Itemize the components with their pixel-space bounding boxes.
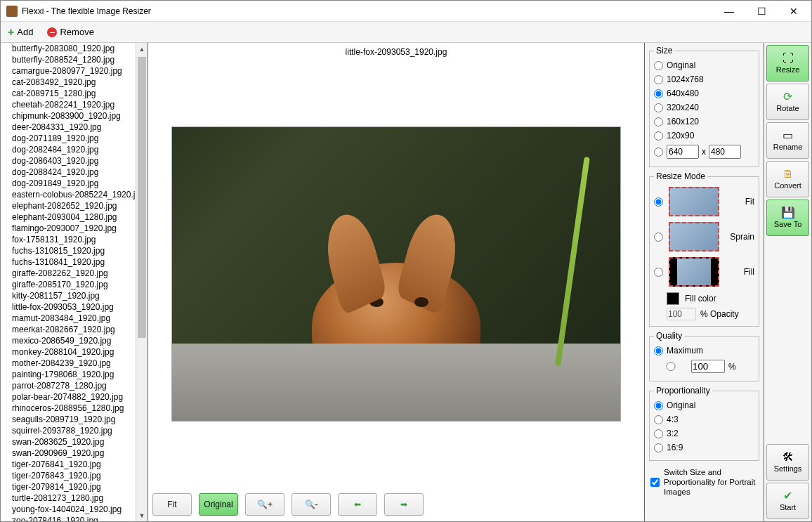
list-item[interactable]: kitty-2081157_1920.jpg [1,290,136,301]
list-item[interactable]: fuchs-1310841_1920.jpg [1,256,136,268]
close-button[interactable]: ✕ [778,1,810,22]
list-item[interactable]: tiger-2076841_1920.jpg [1,459,136,470]
file-list[interactable]: butterfly-2083080_1920.jpgbutterfly-2088… [1,43,136,521]
list-item[interactable]: swan-2083625_1920.jpg [1,436,136,448]
list-item[interactable]: eastern-colobus-2085224_1920.jpg [1,189,136,200]
size-radio[interactable] [654,131,663,141]
list-item[interactable]: tiger-2079814_1920.jpg [1,481,136,492]
sprain-radio[interactable] [654,233,663,242]
rename-button[interactable]: ▭ Rename [766,122,809,159]
save-to-button[interactable]: 💾 Save To [766,200,809,236]
quality-max-radio-row[interactable]: Maximum [654,344,754,358]
rotate-button[interactable]: ⟳ Rotate [766,84,809,120]
proportionality-option[interactable]: Original [654,398,754,412]
minimize-button[interactable]: — [713,1,745,22]
fill-color-swatch[interactable] [667,292,679,305]
resize-mode-sprain[interactable]: Sprain [654,219,754,254]
maximize-button[interactable]: ☐ [745,1,778,22]
list-item[interactable]: fox-1758131_1920.jpg [1,234,136,245]
size-option[interactable]: 120x90 [654,129,754,143]
size-radio[interactable] [654,61,663,70]
proportionality-radio[interactable] [654,401,663,410]
list-item[interactable]: deer-2084331_1920.jpg [1,122,136,133]
list-item[interactable]: monkey-2088104_1920.jpg [1,346,136,358]
size-option[interactable]: Original [654,58,754,72]
proportionality-radio[interactable] [654,443,663,452]
size-option[interactable]: 640x480 [654,86,754,100]
list-item[interactable]: rhinoceros-2088956_1280.jpg [1,403,136,414]
list-item[interactable]: painting-1798068_1920.jpg [1,369,136,380]
custom-size-radio[interactable] [654,148,663,157]
add-button[interactable]: + Add [5,25,36,40]
list-item[interactable]: mamut-2083484_1920.jpg [1,313,136,324]
list-item[interactable]: elephant-2093004_1280.jpg [1,211,136,223]
list-item[interactable]: polar-bear-2074882_1920.jpg [1,391,136,403]
resize-mode-fit[interactable]: Fit [654,184,754,219]
list-item[interactable]: little-fox-2093053_1920.jpg [1,301,136,313]
quality-input[interactable] [691,360,725,373]
list-item[interactable]: camargue-2080977_1920.jpg [1,65,136,77]
scroll-thumb[interactable] [138,57,146,338]
list-item[interactable]: elephant-2082652_1920.jpg [1,200,136,211]
zoom-in-button[interactable]: 🔍+ [245,493,284,516]
list-item[interactable]: giraffe-2085170_1920.jpg [1,279,136,290]
resize-mode-fill[interactable]: Fill [654,254,754,289]
opacity-input[interactable] [667,308,696,320]
proportionality-option[interactable]: 3:2 [654,426,754,441]
size-option[interactable]: 1024x768 [654,72,754,86]
custom-width-input[interactable] [667,145,699,159]
list-item[interactable]: cat-2083492_1920.jpg [1,77,136,88]
list-item[interactable]: swan-2090969_1920.jpg [1,448,136,459]
list-item[interactable]: mexico-2086549_1920.jpg [1,335,136,346]
remove-button[interactable]: – Remove [44,25,96,39]
custom-height-input[interactable] [709,145,741,159]
size-option[interactable]: 160x120 [654,115,754,129]
convert-button[interactable]: 🗎 Convert [766,161,809,197]
quality-custom-row[interactable]: % [654,358,754,375]
list-item[interactable]: meerkat-2082667_1920.jpg [1,324,136,335]
original-button[interactable]: Original [199,493,238,516]
scroll-up-icon[interactable]: ▲ [136,43,148,55]
list-item[interactable]: cheetah-2082241_1920.jpg [1,99,136,110]
proportionality-option[interactable]: 4:3 [654,412,754,426]
fit-button[interactable]: Fit [152,493,192,516]
list-item[interactable]: tiger-2076843_1920.jpg [1,470,136,481]
resize-button[interactable]: ⛶ Resize [766,45,809,81]
list-item[interactable]: fuchs-1310815_1920.jpg [1,245,136,256]
list-item[interactable]: dog-2091849_1920.jpg [1,178,136,189]
list-item[interactable]: seagulls-2089719_1920.jpg [1,414,136,425]
switch-portrait-row[interactable]: Switch Size and Proportionality for Port… [649,465,759,500]
list-item[interactable]: chipmunk-2083900_1920.jpg [1,110,136,122]
fill-radio[interactable] [654,268,663,277]
start-button[interactable]: ✔ Start [766,483,809,519]
quality-max-radio[interactable] [654,346,663,355]
list-item[interactable]: dog-2088424_1920.jpg [1,167,136,178]
size-radio[interactable] [654,75,663,84]
list-item[interactable]: squirrel-2093788_1920.jpg [1,425,136,436]
size-custom-radio[interactable]: x [654,143,754,161]
list-item[interactable]: dog-2086403_1920.jpg [1,155,136,167]
fit-radio[interactable] [654,197,663,207]
size-radio[interactable] [654,117,663,126]
zoom-out-button[interactable]: 🔍- [292,493,331,516]
size-option[interactable]: 320x240 [654,100,754,115]
list-item[interactable]: parrot-2087278_1280.jpg [1,380,136,391]
switch-portrait-checkbox[interactable] [650,468,660,497]
list-item[interactable]: cat-2089715_1280.jpg [1,88,136,99]
list-item[interactable]: young-fox-1404024_1920.jpg [1,504,136,515]
quality-custom-radio[interactable] [654,362,688,371]
list-item[interactable]: dog-2071189_1920.jpg [1,133,136,144]
next-button[interactable]: ➡ [384,493,424,516]
list-item[interactable]: flamingo-2093007_1920.jpg [1,223,136,234]
list-item[interactable]: dog-2082484_1920.jpg [1,144,136,155]
size-radio[interactable] [654,103,663,112]
list-item[interactable]: turtle-2081273_1280.jpg [1,492,136,504]
size-radio[interactable] [654,89,663,98]
list-item[interactable]: zoo-2078416_1920.jpg [1,515,136,521]
proportionality-radio[interactable] [654,415,663,424]
prev-button[interactable]: ⬅ [338,493,377,516]
settings-button[interactable]: 🛠 Settings [766,444,809,481]
proportionality-option[interactable]: 16:9 [654,441,754,455]
list-item[interactable]: butterfly-2088524_1280.jpg [1,54,136,65]
list-item[interactable]: butterfly-2083080_1920.jpg [1,43,136,54]
